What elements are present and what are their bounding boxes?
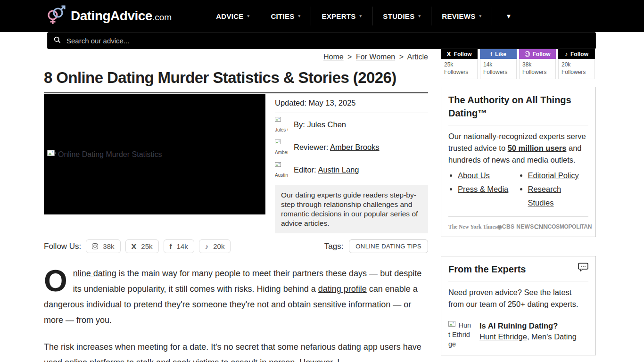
byline-row: Amber Brooks Reviewer: Amber Brooks xyxy=(275,136,428,158)
search-bar[interactable] xyxy=(47,32,596,49)
cosmopolitan-logo: COSMOPOLITAN xyxy=(548,223,592,230)
nav-label: EXPERTS xyxy=(322,12,355,20)
expert-list-item: Hunt Ethridge Is AI Ruining Dating? Hunt… xyxy=(448,321,588,349)
search-icon xyxy=(54,36,61,45)
updated-date: May 13, 2025 xyxy=(309,99,356,107)
hero-alt-text: Online Dating Murder Statistics xyxy=(58,150,162,159)
chevron-down-icon: ▾ xyxy=(418,14,421,18)
article-summary: Our dating experts guide readers step-by… xyxy=(275,185,428,233)
fifty-million-users-link[interactable]: 50 million users xyxy=(508,144,567,152)
avatar: Austin Lang xyxy=(275,161,288,179)
author-link[interactable]: Jules Chen xyxy=(307,120,346,129)
gender-symbols-icon xyxy=(45,5,66,27)
authority-links: About Us Press & Media Editorial Policy … xyxy=(448,168,588,210)
breadcrumb-home-link[interactable]: Home xyxy=(323,53,344,61)
expert-avatar-broken: Hunt Ethridge xyxy=(448,321,473,349)
nav-item-experts[interactable]: EXPERTS ▾ xyxy=(311,12,372,20)
instagram-follow-button[interactable]: Follow xyxy=(519,49,556,59)
tiktok-follower-count: 20k Followers xyxy=(558,59,595,79)
count: 25k xyxy=(444,61,474,68)
breadcrumb: Home > For Women > Article xyxy=(44,49,428,62)
button-label: Follow xyxy=(570,51,588,58)
tags-group: Tags: ONLINE DATING TIPS xyxy=(324,239,428,253)
speech-bubble-icon xyxy=(578,263,588,273)
experts-intro: Need proven advice? See the latest from … xyxy=(448,287,588,310)
facebook-social-card: f Like 14k Followers xyxy=(480,49,517,79)
avatar-alt-text: Amber Brooks xyxy=(275,150,288,155)
breadcrumb-section-link[interactable]: For Women xyxy=(356,53,395,61)
count: 20k xyxy=(561,61,592,68)
main-nav: ADVICE ▾ CITIES ▾ EXPERTS ▾ STUDIES ▾ RE… xyxy=(206,7,525,25)
instagram-follower-count: 38k Followers xyxy=(519,59,556,79)
press-media-link[interactable]: Press & Media xyxy=(458,185,508,193)
cbs-logo: ◉CBS NEWS xyxy=(497,223,534,230)
search-row xyxy=(0,32,644,49)
author-role: Reviewer: xyxy=(294,143,328,151)
tiktok-icon: ♪ xyxy=(565,51,568,58)
article-body: Online dating is the main way for many p… xyxy=(44,266,428,362)
brand-tld: .com xyxy=(152,12,172,22)
avatar: Amber Brooks xyxy=(275,138,288,156)
chevron-down-icon: ▾ xyxy=(248,14,250,18)
x-social-card: X Follow 25k Followers xyxy=(441,49,478,79)
divider xyxy=(448,125,588,125)
about-us-link[interactable]: About Us xyxy=(458,171,490,180)
authority-box: The Authority on All Things Dating™ Our … xyxy=(441,87,596,237)
facebook-follow-pill[interactable]: f 14k xyxy=(164,239,194,253)
nav-more-caret-icon[interactable]: ▼ xyxy=(492,13,525,20)
search-input[interactable] xyxy=(66,36,589,45)
nav-item-reviews[interactable]: REVIEWS ▾ xyxy=(431,12,492,20)
expert-article-headline[interactable]: Is AI Ruining Dating? xyxy=(479,321,577,331)
dating-profile-link[interactable]: dating profile xyxy=(318,284,367,294)
author-link[interactable]: Austin Lang xyxy=(318,165,359,174)
byline-row: Austin Lang Editor: Austin Lang xyxy=(275,158,428,181)
count-label: Followers xyxy=(483,68,513,76)
x-follow-button[interactable]: X Follow xyxy=(441,49,478,59)
tag-online-dating-tips[interactable]: ONLINE DATING TIPS xyxy=(349,239,428,253)
instagram-follow-pill[interactable]: 38k xyxy=(86,239,120,253)
follow-us-label: Follow Us: xyxy=(44,242,81,251)
page-content: Home > For Women > Article 8 Online Dati… xyxy=(0,49,644,362)
instagram-icon xyxy=(525,51,530,57)
tiktok-follow-button[interactable]: ♪ Follow xyxy=(558,49,595,59)
author-link[interactable]: Amber Brooks xyxy=(330,143,380,151)
chevron-down-icon: ▾ xyxy=(298,14,301,18)
tiktok-count: 20k xyxy=(213,242,224,250)
tiktok-follow-pill[interactable]: ♪ 20k xyxy=(199,239,231,253)
author-role: Editor: xyxy=(294,165,316,174)
expert-role-text: , Men's Dating xyxy=(527,332,577,341)
x-follow-pill[interactable]: X 25k xyxy=(125,239,159,253)
nav-label: ADVICE xyxy=(216,12,243,20)
second-paragraph: The risk increases when meeting for a da… xyxy=(44,339,428,362)
button-label: Follow xyxy=(533,51,551,58)
facebook-count: 14k xyxy=(177,242,188,250)
experts-title: From the Experts xyxy=(448,263,526,276)
nav-item-cities[interactable]: CITIES ▾ xyxy=(260,12,311,20)
research-studies-link[interactable]: Research Studies xyxy=(528,185,561,207)
count-label: Followers xyxy=(522,68,553,76)
avatar-alt-text: Austin Lang xyxy=(275,173,288,178)
facebook-icon: f xyxy=(490,51,492,58)
expert-author-link[interactable]: Hunt Ethridge xyxy=(479,332,527,341)
byline-row: Jules Chen By: Jules Chen xyxy=(275,113,428,136)
facebook-follower-count: 14k Followers xyxy=(480,59,517,79)
count: 14k xyxy=(483,61,513,68)
x-count: 25k xyxy=(141,242,152,250)
editorial-policy-link[interactable]: Editorial Policy xyxy=(528,171,579,180)
count: 38k xyxy=(522,61,553,68)
online-dating-link[interactable]: nline dating xyxy=(73,269,116,278)
nav-item-advice[interactable]: ADVICE ▾ xyxy=(206,12,260,20)
site-logo[interactable]: DatingAdvice.com xyxy=(45,5,172,27)
nav-label: CITIES xyxy=(271,12,294,20)
avatar-alt-text: Jules Chen xyxy=(275,127,288,132)
media-logos: The New York Times ◉CBS NEWS CNN COSMOPO… xyxy=(448,216,588,230)
facebook-like-button[interactable]: f Like xyxy=(480,49,517,59)
page-title: 8 Online Dating Murder Statistics & Stor… xyxy=(44,69,428,87)
broken-image-icon xyxy=(47,150,56,159)
instagram-count: 38k xyxy=(103,242,114,250)
instagram-social-card: Follow 38k Followers xyxy=(519,49,556,79)
count-label: Followers xyxy=(561,68,592,76)
updated-label: Updated: xyxy=(275,99,306,107)
nav-item-studies[interactable]: STUDIES ▾ xyxy=(372,12,431,20)
breadcrumb-current: Article xyxy=(407,53,428,61)
